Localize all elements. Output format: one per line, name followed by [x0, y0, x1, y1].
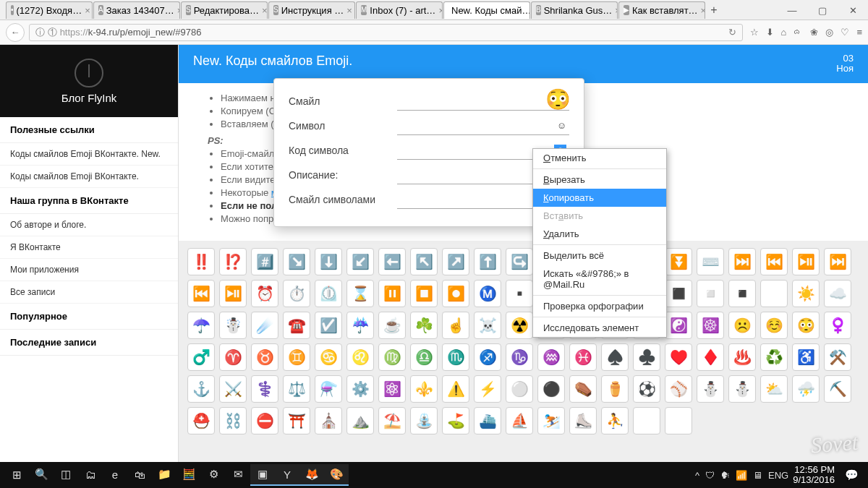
- emoji-cell[interactable]: ⏭️: [824, 248, 851, 275]
- emoji-cell[interactable]: ↘️: [283, 248, 310, 275]
- emoji-cell[interactable]: ⏯️: [219, 280, 247, 307]
- context-menu-item[interactable]: Искать «&#9786;» в @Mail.Ru: [533, 265, 666, 294]
- toolbar-icon[interactable]: ᯅ: [793, 27, 803, 38]
- emoji-cell[interactable]: ⚖️: [283, 375, 310, 403]
- browser-tab[interactable]: SИнструкция …×: [268, 1, 355, 19]
- emoji-cell[interactable]: ⏰: [251, 280, 278, 307]
- sidebar-item[interactable]: Мои приложения: [0, 259, 178, 281]
- emoji-cell[interactable]: ⚠️: [442, 375, 469, 403]
- toolbar-icon[interactable]: ≡: [856, 27, 862, 38]
- emoji-cell[interactable]: ☂️: [187, 312, 215, 339]
- toolbar-icon[interactable]: ⌂: [781, 27, 787, 38]
- start-button[interactable]: ⊞: [4, 464, 29, 486]
- emoji-cell[interactable]: ⏺️: [442, 280, 469, 307]
- dialog-field[interactable]: [397, 92, 569, 111]
- toolbar-icon[interactable]: ♡: [841, 27, 849, 38]
- emoji-cell[interactable]: ☎️: [283, 312, 310, 339]
- toolbar-icon[interactable]: ◎: [825, 27, 833, 38]
- sidebar-item[interactable]: Коды смайлов Emoji ВКонтакте. New.: [0, 143, 178, 166]
- emoji-cell[interactable]: [633, 407, 660, 435]
- tray-icon[interactable]: ^: [695, 470, 699, 481]
- emoji-cell[interactable]: ▪️: [506, 280, 533, 307]
- emoji-cell[interactable]: ♥️: [665, 343, 692, 371]
- emoji-cell[interactable]: ☢️: [506, 312, 533, 339]
- emoji-cell[interactable]: ♓: [569, 343, 597, 371]
- taskbar-app[interactable]: Y: [275, 464, 299, 486]
- emoji-cell[interactable]: ⛔: [251, 407, 278, 435]
- tab-close-icon[interactable]: ×: [438, 5, 443, 16]
- tray-icon[interactable]: 🖥: [753, 470, 762, 481]
- tray-icon[interactable]: 🗣: [720, 470, 730, 481]
- emoji-cell[interactable]: ☸️: [697, 312, 724, 339]
- tab-close-icon[interactable]: ×: [701, 5, 705, 16]
- taskbar-app[interactable]: ⚙: [201, 464, 226, 486]
- emoji-cell[interactable]: ⚾: [665, 375, 692, 403]
- emoji-cell[interactable]: ⚫: [537, 375, 565, 403]
- emoji-cell[interactable]: ⛄: [697, 375, 724, 403]
- emoji-cell[interactable]: ⁉️: [219, 248, 247, 275]
- sidebar-item[interactable]: Все записи: [0, 281, 178, 304]
- emoji-cell[interactable]: ☑️: [315, 312, 342, 339]
- emoji-cell[interactable]: ⛓️: [219, 407, 247, 435]
- emoji-cell[interactable]: ♂️: [187, 343, 215, 371]
- site-info-icon[interactable]: ⓘ ①: [35, 26, 57, 39]
- sidebar-item[interactable]: Об авторе и блоге.: [0, 214, 178, 236]
- emoji-cell[interactable]: ⚙️: [346, 375, 374, 403]
- emoji-cell[interactable]: ↗️: [442, 248, 469, 275]
- emoji-cell[interactable]: ⚽: [633, 375, 660, 403]
- taskbar-app[interactable]: ✉: [226, 464, 250, 486]
- taskbar-app[interactable]: 📁: [152, 464, 176, 486]
- emoji-cell[interactable]: ⏹️: [410, 280, 438, 307]
- taskbar-app[interactable]: ▣: [250, 464, 275, 486]
- emoji-cell[interactable]: ⬇️: [315, 248, 342, 275]
- emoji-cell[interactable]: ‼️: [187, 248, 215, 275]
- emoji-cell[interactable]: ⏯️: [792, 248, 820, 275]
- emoji-cell[interactable]: ♒: [537, 343, 565, 371]
- tab-close-icon[interactable]: ×: [177, 5, 180, 16]
- emoji-cell[interactable]: ⚓: [187, 375, 215, 403]
- emoji-cell[interactable]: ☃️: [219, 312, 247, 339]
- browser-tab[interactable]: New. Коды смай…×: [443, 1, 530, 19]
- new-tab-button[interactable]: +: [706, 4, 722, 17]
- browser-tab[interactable]: AЗаказ 143407…×: [93, 1, 180, 19]
- emoji-cell[interactable]: ☺️: [760, 312, 788, 339]
- emoji-cell[interactable]: [665, 407, 692, 435]
- emoji-cell[interactable]: ⏮️: [760, 248, 788, 275]
- minimize-button[interactable]: —: [777, 0, 807, 20]
- browser-tab[interactable]: BShrilanka Gus…×: [531, 1, 618, 19]
- context-menu-item[interactable]: Исследовать элемент: [533, 319, 666, 337]
- context-menu-item[interactable]: Выделить всё: [533, 247, 666, 265]
- emoji-cell[interactable]: ⬆️: [474, 248, 501, 275]
- taskbar-clock[interactable]: 12:56 PM 9/13/2016: [793, 465, 835, 486]
- close-button[interactable]: ✕: [838, 0, 868, 20]
- taskbar-app[interactable]: 🛍: [127, 464, 152, 486]
- emoji-cell[interactable]: ⚕️: [251, 375, 278, 403]
- emoji-cell[interactable]: ⚔️: [219, 375, 247, 403]
- emoji-cell[interactable]: ⛷️: [537, 407, 565, 435]
- emoji-cell[interactable]: ♑: [506, 343, 533, 371]
- context-menu-item[interactable]: Отменить: [533, 149, 666, 167]
- tab-close-icon[interactable]: ×: [85, 5, 90, 16]
- emoji-cell[interactable]: ⛩️: [283, 407, 310, 435]
- emoji-cell[interactable]: ☹️: [728, 312, 756, 339]
- emoji-cell[interactable]: ⚗️: [315, 375, 342, 403]
- taskbar-app[interactable]: ◫: [54, 464, 78, 486]
- dialog-field[interactable]: ☺: [397, 116, 569, 135]
- emoji-cell[interactable]: ♀️: [824, 312, 851, 339]
- emoji-cell[interactable]: ⚰️: [569, 375, 597, 403]
- sidebar-item[interactable]: Коды смайлов Emoji ВКонтакте.: [0, 166, 178, 188]
- sidebar-item[interactable]: Я ВКонтакте: [0, 236, 178, 259]
- notifications-button[interactable]: 💬: [839, 464, 864, 486]
- emoji-cell[interactable]: ♊: [283, 343, 310, 371]
- tray-icon[interactable]: ENG: [768, 470, 788, 481]
- emoji-cell[interactable]: ⚪: [506, 375, 533, 403]
- back-button[interactable]: ←: [6, 23, 25, 42]
- emoji-cell[interactable]: ⚜️: [410, 375, 438, 403]
- emoji-cell[interactable]: ⛵: [506, 407, 533, 435]
- emoji-cell[interactable]: ↖️: [410, 248, 438, 275]
- emoji-cell[interactable]: ⚛️: [378, 375, 406, 403]
- emoji-cell[interactable]: ⚱️: [601, 375, 629, 403]
- emoji-cell[interactable]: ⏱️: [283, 280, 310, 307]
- tab-close-icon[interactable]: ×: [615, 5, 618, 16]
- emoji-cell[interactable]: ◾: [728, 280, 756, 307]
